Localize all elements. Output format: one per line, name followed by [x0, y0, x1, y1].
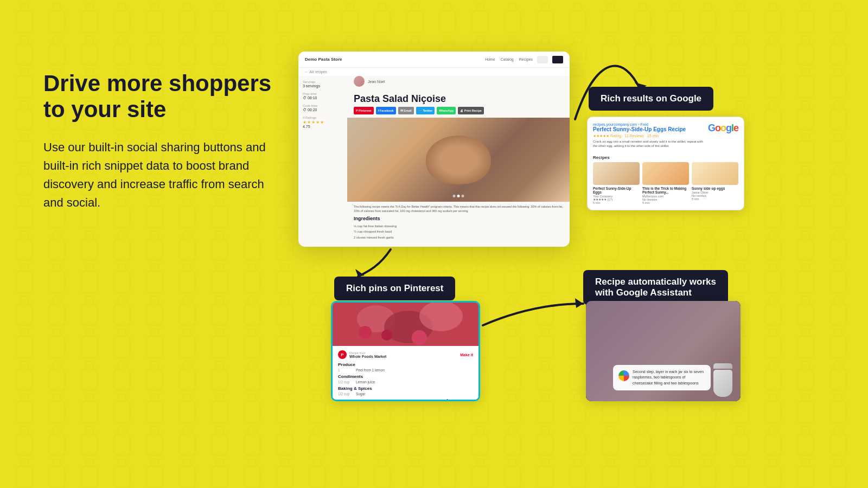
carousel-dot — [453, 195, 456, 197]
google-recipe-name-3: Sunny side up eggs — [692, 187, 738, 190]
google-recipe-name-1: Perfect Sunny-Side-Up Eggs — [593, 187, 640, 194]
pinterest-wordmark: Pinterest — [441, 398, 473, 401]
google-recipe-time-1: 5 min — [593, 201, 640, 204]
prep-label: Prep time — [303, 92, 343, 95]
page-body-text: Use our built-in social sharing buttons … — [43, 138, 282, 212]
cook-value: ⏱ 00:20 — [303, 108, 343, 112]
pinterest-card-image — [333, 303, 478, 346]
produce-item-1: 1 Peel from 1 lemon — [338, 368, 473, 372]
recipe-main-content: Jean Noel Pasta Salad Niçoise P Pinteres… — [347, 76, 570, 244]
google-recipe-item-3: Sunny side up eggs Jamie Oliver No revie… — [692, 162, 738, 204]
pinterest-produce-section: Produce 1 Peel from 1 lemon — [338, 362, 473, 372]
recipe-from-source: Whole Foods Market — [349, 355, 386, 358]
produce-item: Peel from 1 lemon — [356, 368, 385, 372]
google-recipe-item-2: This is the Trick to Making Perfect Sunn… — [642, 162, 689, 204]
recipe-servings: Servings 3 servings — [303, 80, 343, 88]
google-recipe-name-2: This is the Trick to Making Perfect Sunn… — [642, 187, 689, 194]
ingredient-1: ¼ cup fat-free Italian dressing — [354, 224, 563, 228]
pinterest-make-it-button[interactable]: Make it — [460, 353, 473, 357]
twitter-share-button[interactable]: 🐦 Twitter — [416, 107, 435, 114]
assistant-card-background: Second step, layer in each jar six to se… — [586, 301, 741, 401]
page-headline: Drive more shoppers to your site — [43, 70, 282, 123]
baking-item: Sugar — [356, 392, 365, 396]
pinterest-share-button[interactable]: P Pinterest — [354, 107, 374, 114]
google-assistant-icon — [618, 370, 629, 381]
nav-search-box — [537, 56, 548, 63]
servings-value: 3 servings — [303, 84, 343, 88]
google-recipe-img-2 — [642, 162, 689, 185]
rating-value: 4.75 — [303, 125, 343, 129]
baking-qty: 1/2 cup — [338, 392, 352, 396]
google-url: recipes.yourcompany.com › Fred — [593, 123, 708, 126]
whatsapp-share-button[interactable]: WhatsApp — [437, 107, 456, 114]
recipe-prep-time: Prep time ⏱ 00:10 — [303, 92, 343, 100]
prep-value: ⏱ 00:10 — [303, 96, 343, 100]
google-recipe-time-2: 5 min — [642, 201, 689, 204]
recipe-content-area: Servings 3 servings Prep time ⏱ 00:10 Co… — [298, 76, 570, 244]
google-card-left: recipes.yourcompany.com › Fred Perfect S… — [593, 123, 708, 152]
google-recipe-item-1: Perfect Sunny-Side-Up Eggs Your Company … — [593, 162, 640, 204]
pinterest-baking-section: Baking & Spices 1/2 cup Sugar — [338, 386, 473, 396]
google-home-device — [713, 363, 732, 393]
recipe-author-row: Jean Noel — [347, 76, 570, 89]
recipe-stars: ★★★★★ — [303, 120, 343, 125]
svg-point-7 — [359, 326, 372, 339]
google-search-card: recipes.yourcompany.com › Fred Perfect S… — [587, 117, 744, 210]
google-rating-stars: ★★★★★ Rating · 11 Reviews · 15 min — [593, 134, 708, 138]
device-body — [713, 370, 732, 397]
email-share-button[interactable]: ✉ Email — [398, 107, 414, 114]
device-top — [713, 363, 732, 369]
nav-link-catalog: Catalog — [501, 57, 514, 61]
facebook-share-button[interactable]: f Facebook — [376, 107, 396, 114]
carousel-dot-active — [457, 195, 460, 197]
nav-link-home: Home — [485, 57, 495, 61]
google-recipe-img-1 — [593, 162, 640, 185]
pinterest-rich-pin-card: P Recipe from Whole Foods Market Make it… — [331, 301, 480, 401]
author-avatar — [354, 76, 365, 87]
recipe-ratings: 4 Ratings ★★★★★ 4.75 — [303, 116, 343, 129]
recipe-description: The following recipe meets the "5 A Day … — [347, 202, 570, 244]
produce-qty: 1 — [338, 368, 352, 372]
cook-label: Cook time — [303, 104, 343, 107]
google-recipe-time-3: 5 min — [692, 197, 738, 201]
recipe-screenshot-card: Demo Pasta Store Home Catalog Recipes ← … — [298, 52, 570, 247]
produce-section-title: Produce — [338, 362, 473, 367]
author-name: Jean Noel — [368, 80, 385, 84]
pinterest-logo-bar: Pinterest — [338, 398, 473, 401]
social-share-bar: P Pinterest f Facebook ✉ Email 🐦 Twitter… — [347, 107, 570, 118]
pinterest-card-header: P Recipe from Whole Foods Market Make it — [338, 350, 473, 359]
pinterest-p-icon: P — [338, 350, 347, 359]
recipe-sidebar: Servings 3 servings Prep time ⏱ 00:10 Co… — [298, 76, 347, 244]
svg-marker-1 — [355, 269, 365, 277]
pinterest-rich-pins-badge: Rich pins on Pinterest — [334, 277, 455, 300]
google-recipes-section-label: Recipes — [593, 155, 738, 160]
google-rich-results-badge: Rich results on Google — [589, 87, 713, 111]
baking-item-1: 1/2 cup Sugar — [338, 392, 473, 396]
recipe-nav-bar: Demo Pasta Store Home Catalog Recipes — [298, 52, 570, 68]
pinterest-source-info: Recipe from Whole Foods Market — [349, 351, 386, 358]
ingredient-3: 2 cloves minced fresh garlic — [354, 235, 563, 240]
recipe-cook-time: Cook time ⏱ 00:20 — [303, 104, 343, 112]
pinterest-condiments-section: Condiments 1/2 cup Lemon juice — [338, 374, 473, 384]
condiment-item: Lemon juice — [356, 380, 375, 384]
google-card-header: recipes.yourcompany.com › Fred Perfect S… — [593, 123, 738, 152]
ingredients-title: Ingredients — [354, 215, 563, 222]
nav-link-recipes: Recipes — [519, 57, 533, 61]
recipe-nav-links: Home Catalog Recipes — [485, 57, 533, 61]
recipe-breadcrumb: ← All recipes — [298, 68, 570, 76]
condiments-title: Condiments — [338, 374, 473, 379]
servings-label: Servings — [303, 80, 343, 84]
recipe-image — [347, 118, 570, 202]
condiment-item-1: 1/2 cup Lemon juice — [338, 380, 473, 384]
pinterest-card-content: P Recipe from Whole Foods Market Make it… — [333, 346, 478, 401]
recipe-title: Pasta Salad Niçoise — [347, 89, 570, 107]
google-assistant-badge: Recipe automatically works with Google A… — [583, 270, 728, 305]
ingredient-2: ½ cup chopped fresh basil — [354, 229, 563, 234]
print-button[interactable]: 🖨 Print Recipe — [458, 107, 484, 114]
image-carousel-dots — [453, 195, 464, 197]
svg-point-9 — [412, 330, 427, 345]
carousel-dot — [462, 195, 464, 197]
pinterest-recipe-source: P Recipe from Whole Foods Market — [338, 350, 386, 359]
condiment-qty: 1/2 cup — [338, 380, 352, 384]
left-content-section: Drive more shoppers to your site Use our… — [43, 70, 282, 212]
